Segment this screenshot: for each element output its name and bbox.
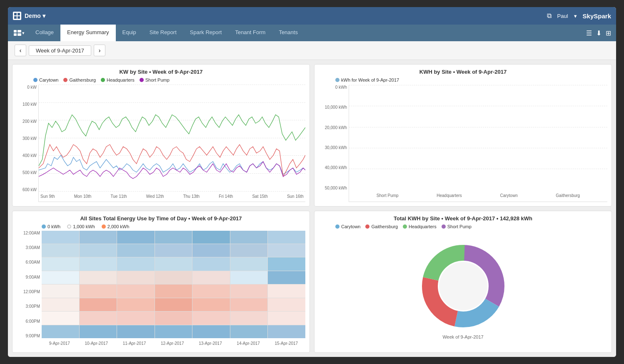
donut-svg	[417, 240, 509, 332]
svg-rect-1	[17, 13, 20, 15]
chart4-title: Total KWH by Site • Week of 9-Apr-2017 •…	[319, 215, 607, 222]
legend-gaithersburg-donut: Gaithersburg	[365, 224, 398, 229]
kwh-legend-color	[335, 78, 339, 82]
chart1-y-axis: 600 kW 500 kW 400 kW 300 kW 200 kW 100 k…	[17, 85, 38, 202]
download-icon[interactable]: ⬇	[596, 29, 602, 37]
gaithersburg-color	[63, 78, 67, 82]
top-bar: Demo ▾ ⧉ Paul ▾ SkySpark	[8, 7, 616, 25]
chart3-body: 12:00AM 3:00AM 6:00AM 9:00AM 12:00PM 3:0…	[17, 231, 305, 349]
headquarters-color	[101, 78, 105, 82]
tab-energy-summary[interactable]: Energy Summary	[60, 25, 115, 41]
legend-gaithersburg: Gaithersburg	[63, 77, 96, 82]
legend-1000kwh: 1,000 kWh	[67, 224, 95, 229]
tab-tenant-form[interactable]: Tenant Form	[228, 25, 272, 41]
next-date-button[interactable]: ›	[94, 45, 105, 56]
list-icon[interactable]: ☰	[586, 29, 592, 37]
chart2-plot-area: Short Pump Headquarters Carytown Gaither…	[349, 85, 607, 202]
chart-kwh-by-site: KWH by Site • Week of 9-Apr-2017 kWh for…	[314, 64, 612, 207]
chart-donut: Total KWH by Site • Week of 9-Apr-2017 •…	[314, 211, 612, 353]
svg-rect-7	[17, 33, 21, 36]
chart3-legend: 0 kWh 1,000 kWh 2,000 kWh	[17, 224, 305, 231]
chart4-body: Week of 9-Apr-2017	[319, 232, 607, 349]
legend-carytown-donut: Carytown	[335, 224, 360, 229]
legend-2000kwh: 2,000 kWh	[102, 224, 130, 229]
chart3-x-labels: 9-Apr-2017 10-Apr-2017 11-Apr-2017 12-Ap…	[42, 338, 305, 348]
2000kwh-color	[102, 224, 106, 229]
svg-rect-5	[17, 30, 21, 32]
chart-heatmap: All Sites Total Energy Use by Time of Da…	[12, 211, 310, 353]
svg-point-12	[439, 262, 487, 310]
tab-equip[interactable]: Equip	[116, 25, 143, 41]
chart2-body: 50,000 kWh 40,000 kWh 30,000 kWh 20,000 …	[319, 85, 607, 202]
chart4-subtitle: Week of 9-Apr-2017	[442, 334, 483, 339]
chart1-plot-area: Sun 9th Mon 10th Tue 11th Wed 12th Thu 1…	[38, 85, 305, 202]
app-name[interactable]: Demo ▾	[25, 12, 45, 19]
chart3-y-axis: 12:00AM 3:00AM 6:00AM 9:00AM 12:00PM 3:0…	[17, 231, 42, 349]
user-label[interactable]: Paul	[557, 13, 568, 19]
top-bar-left: Demo ▾	[13, 12, 45, 20]
nav-bar-actions: ☰ ⬇ ⊞	[586, 25, 614, 41]
legend-headquarters-donut: Headquarters	[403, 224, 437, 229]
nav-grid-icon[interactable]: ▾	[10, 25, 29, 41]
1000kwh-color	[67, 224, 71, 229]
legend-shortpump: Short Pump	[140, 77, 170, 82]
tab-spark-report[interactable]: Spark Report	[183, 25, 229, 41]
chart-kw-by-site: KW by Site • Week of 9-Apr-2017 Carytown…	[12, 64, 310, 207]
top-bar-right: ⧉ Paul ▾ SkySpark	[547, 12, 611, 20]
chart3-plot-area: 9-Apr-2017 10-Apr-2017 11-Apr-2017 12-Ap…	[42, 231, 305, 349]
svg-rect-2	[14, 16, 17, 19]
chart1-title: KW by Site • Week of 9-Apr-2017	[17, 69, 305, 75]
legend-carytown: Carytown	[33, 77, 58, 82]
chart2-title: KWH by Site • Week of 9-Apr-2017	[319, 69, 607, 75]
legend-shortpump-donut: Short Pump	[442, 224, 472, 229]
app-icon	[13, 12, 21, 20]
chart2-legend: kWh for Week of 9-Apr-2017	[319, 77, 607, 85]
chart2-bars	[349, 85, 607, 190]
copy-icon[interactable]: ⧉	[547, 12, 552, 20]
tab-tenants[interactable]: Tenants	[272, 25, 305, 41]
chart2-y-axis: 50,000 kWh 40,000 kWh 30,000 kWh 20,000 …	[319, 85, 349, 202]
date-range-label: Week of 9-Apr-2017	[29, 45, 91, 56]
tab-collage[interactable]: Collage	[29, 25, 60, 41]
fullscreen-icon[interactable]: ⊞	[606, 29, 611, 37]
chart2-x-labels: Short Pump Headquarters Carytown Gaither…	[349, 190, 607, 202]
chart3-title: All Sites Total Energy Use by Time of Da…	[17, 215, 305, 222]
carytown-donut-color	[335, 224, 339, 229]
brand-label: SkySpark	[583, 12, 611, 20]
legend-headquarters: Headquarters	[101, 77, 135, 82]
headquarters-donut-color	[403, 224, 407, 229]
svg-rect-3	[17, 16, 20, 19]
svg-rect-0	[14, 13, 17, 15]
0kwh-color	[42, 224, 46, 229]
shortpump-donut-color	[442, 224, 446, 229]
svg-rect-4	[14, 30, 17, 32]
chart1-body: 600 kW 500 kW 400 kW 300 kW 200 kW 100 k…	[17, 85, 305, 202]
carytown-color	[33, 78, 37, 82]
chart1-x-labels: Sun 9th Mon 10th Tue 11th Wed 12th Thu 1…	[39, 192, 305, 202]
heatmap-cells	[42, 231, 305, 339]
shortpump-color	[140, 78, 144, 82]
chart1-svg	[39, 85, 305, 192]
nav-bar: ▾ Collage Energy Summary Equip Site Repo…	[8, 25, 616, 41]
legend-0kwh: 0 kWh	[42, 224, 60, 229]
svg-rect-6	[14, 33, 17, 36]
legend-kwh-week: kWh for Week of 9-Apr-2017	[335, 77, 399, 82]
prev-date-button[interactable]: ‹	[15, 45, 26, 56]
chart4-legend: Carytown Gaithersburg Headquarters Short…	[319, 224, 607, 232]
tab-site-report[interactable]: Site Report	[143, 25, 183, 41]
gaithersburg-donut-color	[365, 224, 369, 229]
date-nav: ‹ Week of 9-Apr-2017 ›	[8, 41, 616, 60]
chart1-legend: Carytown Gaithersburg Headquarters Short…	[17, 77, 305, 85]
charts-grid: KW by Site • Week of 9-Apr-2017 Carytown…	[8, 60, 616, 357]
